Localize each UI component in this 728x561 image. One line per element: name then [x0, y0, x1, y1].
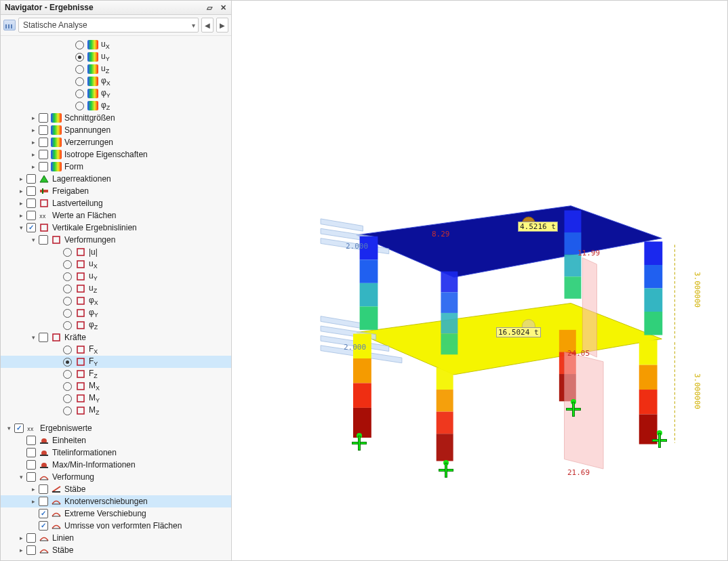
tree-item-my[interactable]: MY [1, 392, 231, 404]
tree-item-mx[interactable]: MX [1, 380, 231, 392]
undock-icon[interactable]: ▱ [205, 3, 214, 12]
expander-icon[interactable]: ▾ [5, 424, 13, 432]
tree-item-kraefte[interactable]: ▾Kräfte [1, 331, 231, 344]
tree-item-uy[interactable]: uY [1, 51, 231, 63]
tree-item-frei[interactable]: ▸Freigaben [1, 185, 231, 197]
tree-item-werte[interactable]: ▸xxWerte an Flächen [1, 209, 231, 222]
checkbox[interactable] [26, 223, 36, 232]
next-button[interactable]: ▶ [216, 18, 228, 33]
expander-icon[interactable]: ▾ [17, 224, 25, 232]
checkbox[interactable] [26, 174, 36, 184]
radio[interactable] [75, 65, 84, 74]
expander-icon[interactable]: ▸ [17, 534, 25, 542]
tree-item-phiz[interactable]: φZ [1, 100, 231, 112]
close-icon[interactable]: ✕ [219, 3, 227, 12]
radio[interactable] [63, 370, 72, 379]
tree-item-verzerr[interactable]: ▸Verzerrungen [1, 136, 231, 148]
checkbox[interactable] [26, 472, 36, 482]
checkbox[interactable] [26, 199, 36, 208]
tree-item-ergverf[interactable]: ▾Verformung [1, 471, 231, 483]
radio[interactable] [75, 89, 84, 98]
checkbox[interactable] [26, 448, 36, 457]
prev-button[interactable]: ◀ [201, 18, 214, 33]
radio[interactable] [75, 53, 84, 62]
tree-item-verform[interactable]: ▾Verformungen [1, 234, 231, 246]
tree-item-pphiz[interactable]: φZ [1, 319, 231, 331]
checkbox[interactable] [26, 186, 36, 196]
tree-item-phiy[interactable]: φY [1, 87, 231, 100]
tree-item-staebe2[interactable]: ▸Stäbe [1, 544, 231, 556]
expander-icon[interactable]: ▾ [29, 333, 37, 341]
tree-item-form[interactable]: ▸Form [1, 161, 231, 173]
radio[interactable] [63, 358, 72, 367]
tree-item-knoten[interactable]: ▸Knotenverschiebungen [1, 495, 231, 507]
checkbox[interactable] [39, 235, 48, 245]
checkbox[interactable] [39, 113, 48, 123]
expander-icon[interactable]: ▾ [17, 473, 25, 481]
expander-icon[interactable]: ▸ [17, 211, 25, 220]
expander-icon[interactable]: ▸ [29, 114, 37, 122]
tree-item-extrv[interactable]: Extreme Verschiebung [1, 507, 231, 520]
radio[interactable] [75, 41, 84, 49]
radio[interactable] [63, 272, 72, 281]
tree-item-staebe1[interactable]: ▸Stäbe [1, 483, 231, 495]
radio[interactable] [63, 248, 72, 257]
tree-item-last[interactable]: ▸Lastverteilung [1, 197, 231, 209]
radio[interactable] [63, 285, 72, 293]
expander-icon[interactable]: ▸ [17, 187, 25, 195]
tree-item-uu[interactable]: |u| [1, 246, 231, 258]
radio[interactable] [63, 321, 72, 330]
radio[interactable] [63, 297, 72, 306]
tree-item-titel[interactable]: Titelinformationen [1, 446, 231, 459]
checkbox[interactable] [39, 138, 48, 147]
expander-icon[interactable]: ▸ [29, 150, 37, 159]
radio[interactable] [75, 77, 84, 86]
tree-item-fy[interactable]: FY [1, 356, 231, 368]
expander-icon[interactable]: ▸ [29, 163, 37, 171]
results-tree[interactable]: uXuYuZφXφYφZ▸Schnittgrößen▸Spannungen▸Ve… [1, 36, 231, 560]
tree-item-maxmin[interactable]: Max/Min-Informationen [1, 459, 231, 471]
tree-item-ein[interactable]: Einheiten [1, 434, 231, 446]
checkbox[interactable] [39, 509, 48, 518]
tree-item-phix[interactable]: φX [1, 75, 231, 87]
checkbox[interactable] [26, 460, 36, 470]
checkbox[interactable] [39, 497, 48, 506]
checkbox[interactable] [39, 333, 48, 342]
radio[interactable] [63, 394, 72, 403]
analysis-type-dropdown[interactable]: Statische Analyse [18, 18, 199, 33]
tree-item-vert[interactable]: ▾Vertikale Ergebnislinien [1, 222, 231, 234]
tree-item-schnitt[interactable]: ▸Schnittgrößen [1, 112, 231, 124]
tree-item-uuy[interactable]: uY [1, 270, 231, 283]
expander-icon[interactable]: ▸ [17, 175, 25, 183]
radio[interactable] [63, 260, 72, 269]
radio[interactable] [63, 309, 72, 318]
expander-icon[interactable]: ▸ [17, 199, 25, 207]
tree-item-uz[interactable]: uZ [1, 63, 231, 75]
tree-item-ergw[interactable]: ▾xxErgebniswerte [1, 422, 231, 434]
radio[interactable] [63, 382, 72, 391]
tree-item-umriss[interactable]: Umrisse von verformten Flächen [1, 520, 231, 532]
checkbox[interactable] [39, 521, 48, 531]
checkbox[interactable] [39, 150, 48, 159]
tree-item-pphiy[interactable]: φY [1, 307, 231, 319]
expander-icon[interactable]: ▸ [29, 138, 37, 146]
expander-icon[interactable]: ▸ [17, 546, 25, 554]
tree-item-linien[interactable]: ▸Linien [1, 532, 231, 544]
checkbox[interactable] [39, 484, 48, 494]
checkbox[interactable] [39, 125, 48, 135]
checkbox[interactable] [26, 545, 36, 555]
tree-item-mz[interactable]: MZ [1, 404, 231, 417]
expander-icon[interactable]: ▸ [29, 485, 37, 493]
tree-item-iso[interactable]: ▸Isotrope Eigenschaften [1, 148, 231, 161]
checkbox[interactable] [26, 211, 36, 220]
radio[interactable] [75, 102, 84, 110]
tree-item-fx[interactable]: FX [1, 344, 231, 356]
checkbox[interactable] [26, 436, 36, 445]
tree-item-pphix[interactable]: φX [1, 295, 231, 307]
tree-item-uuz[interactable]: uZ [1, 283, 231, 295]
expander-icon[interactable]: ▾ [29, 236, 37, 244]
radio[interactable] [63, 346, 72, 354]
expander-icon[interactable]: ▸ [29, 126, 37, 134]
tree-item-uux[interactable]: uX [1, 258, 231, 270]
checkbox[interactable] [26, 533, 36, 543]
